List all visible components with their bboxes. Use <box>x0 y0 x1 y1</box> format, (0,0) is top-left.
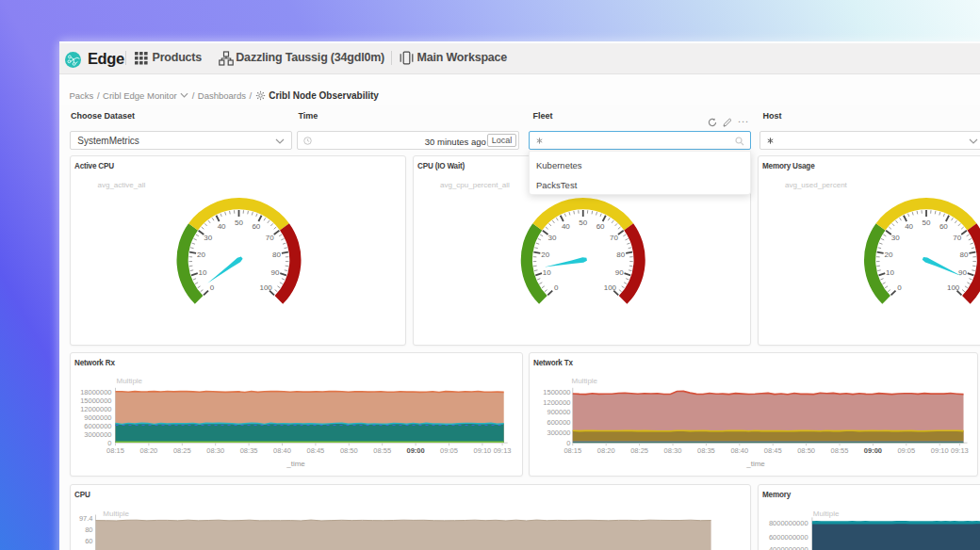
svg-text:08:35: 08:35 <box>240 446 258 455</box>
svg-text:09:10: 09:10 <box>930 446 948 455</box>
svg-text:80: 80 <box>616 250 625 258</box>
svg-text:60: 60 <box>85 536 92 544</box>
svg-text:90: 90 <box>614 267 623 276</box>
svg-text:08:55: 08:55 <box>830 446 848 455</box>
svg-text:_time: _time <box>286 459 305 467</box>
svg-text:09:13: 09:13 <box>951 446 969 455</box>
svg-text:15000000: 15000000 <box>80 396 111 404</box>
svg-text:70: 70 <box>610 234 618 242</box>
svg-text:09:13: 09:13 <box>494 446 512 455</box>
svg-text:3000000: 3000000 <box>84 429 111 438</box>
svg-text:09:10: 09:10 <box>474 446 492 455</box>
svg-text:80: 80 <box>85 526 92 534</box>
svg-text:6000000: 6000000 <box>84 421 111 429</box>
svg-text:10: 10 <box>886 267 894 276</box>
svg-text:10: 10 <box>199 267 207 276</box>
svg-text:30: 30 <box>547 234 556 242</box>
svg-text:40: 40 <box>218 221 226 230</box>
svg-text:08:40: 08:40 <box>273 446 291 455</box>
svg-text:08:25: 08:25 <box>173 446 191 455</box>
svg-text:60: 60 <box>596 221 604 230</box>
svg-text:09:05: 09:05 <box>440 446 458 455</box>
svg-text:50: 50 <box>579 218 587 226</box>
svg-text:30: 30 <box>890 234 899 242</box>
svg-text:08:50: 08:50 <box>340 446 358 455</box>
svg-text:9000000: 9000000 <box>84 412 111 421</box>
svg-text:30: 30 <box>204 234 212 242</box>
svg-text:600000: 600000 <box>547 418 570 427</box>
svg-text:08:30: 08:30 <box>663 446 681 455</box>
svg-text:08:25: 08:25 <box>630 446 648 455</box>
svg-text:100: 100 <box>259 283 272 291</box>
svg-text:08:30: 08:30 <box>206 446 224 455</box>
svg-text:0: 0 <box>210 283 215 291</box>
svg-text:18000000: 18000000 <box>80 387 111 396</box>
svg-text:6000000000: 6000000000 <box>769 532 808 541</box>
svg-text:20: 20 <box>884 250 892 258</box>
svg-text:09:00: 09:00 <box>863 446 881 455</box>
svg-text:0: 0 <box>553 283 558 291</box>
svg-text:80: 80 <box>272 250 281 258</box>
svg-text:08:45: 08:45 <box>307 446 325 455</box>
svg-text:1200000: 1200000 <box>543 397 570 406</box>
svg-text:08:15: 08:15 <box>106 446 124 455</box>
svg-text:20: 20 <box>197 250 205 258</box>
svg-text:60: 60 <box>939 221 947 230</box>
svg-text:08:20: 08:20 <box>596 446 614 455</box>
svg-text:50: 50 <box>235 218 243 226</box>
svg-text:_time: _time <box>745 459 765 467</box>
svg-text:08:40: 08:40 <box>730 446 748 455</box>
svg-text:08:20: 08:20 <box>140 446 158 455</box>
svg-text:40: 40 <box>905 221 913 230</box>
svg-text:70: 70 <box>953 234 961 242</box>
svg-text:1500000: 1500000 <box>543 387 570 396</box>
svg-text:08:15: 08:15 <box>564 446 581 455</box>
svg-text:10: 10 <box>542 267 550 276</box>
svg-text:12000000: 12000000 <box>80 404 111 412</box>
svg-text:70: 70 <box>266 234 274 242</box>
svg-text:8000000000: 8000000000 <box>769 518 808 526</box>
svg-text:09:00: 09:00 <box>407 446 425 455</box>
svg-text:50: 50 <box>922 218 930 226</box>
svg-text:08:45: 08:45 <box>763 446 781 455</box>
svg-text:300000: 300000 <box>547 429 570 437</box>
svg-text:100: 100 <box>603 283 616 291</box>
svg-text:08:35: 08:35 <box>697 446 715 455</box>
svg-text:60: 60 <box>252 221 260 230</box>
svg-text:08:50: 08:50 <box>797 446 815 455</box>
svg-text:20: 20 <box>541 250 549 258</box>
svg-text:40: 40 <box>561 221 569 230</box>
svg-text:100: 100 <box>946 283 959 291</box>
svg-text:90: 90 <box>271 267 280 276</box>
svg-text:97.4: 97.4 <box>79 514 93 523</box>
svg-text:08:55: 08:55 <box>373 446 391 455</box>
svg-text:80: 80 <box>959 250 968 258</box>
svg-text:900000: 900000 <box>547 408 570 416</box>
svg-text:0: 0 <box>897 283 902 291</box>
svg-text:09:05: 09:05 <box>897 446 915 455</box>
svg-text:4000000000: 4000000000 <box>769 544 808 550</box>
